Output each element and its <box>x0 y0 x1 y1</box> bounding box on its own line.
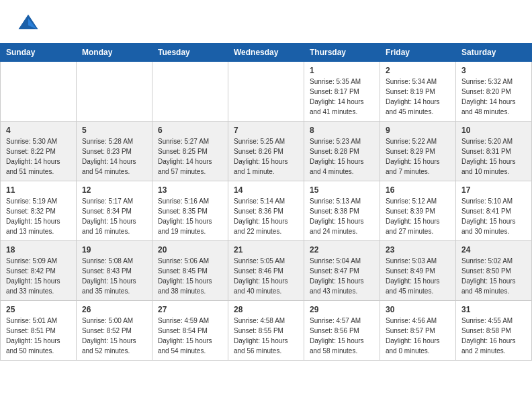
day-info: Sunrise: 5:05 AM Sunset: 8:46 PM Dayligh… <box>234 256 298 296</box>
day-number: 1 <box>310 66 374 75</box>
calendar-cell-0-5: 2Sunrise: 5:34 AM Sunset: 8:19 PM Daylig… <box>380 62 456 122</box>
day-info: Sunrise: 4:59 AM Sunset: 8:54 PM Dayligh… <box>158 316 222 356</box>
day-number: 4 <box>6 126 71 135</box>
logo <box>16 12 44 36</box>
calendar-cell-0-3 <box>228 62 304 122</box>
day-info: Sunrise: 5:02 AM Sunset: 8:50 PM Dayligh… <box>461 256 526 296</box>
day-info: Sunrise: 5:01 AM Sunset: 8:51 PM Dayligh… <box>6 316 71 356</box>
calendar-cell-1-6: 10Sunrise: 5:20 AM Sunset: 8:31 PM Dayli… <box>456 122 532 181</box>
day-info: Sunrise: 5:13 AM Sunset: 8:38 PM Dayligh… <box>310 196 374 236</box>
calendar-cell-1-0: 4Sunrise: 5:30 AM Sunset: 8:22 PM Daylig… <box>1 122 77 181</box>
weekday-wednesday: Wednesday <box>228 44 304 62</box>
day-number: 25 <box>6 305 71 314</box>
day-number: 6 <box>158 126 222 135</box>
day-number: 30 <box>386 305 450 314</box>
weekday-saturday: Saturday <box>456 44 532 62</box>
day-info: Sunrise: 4:58 AM Sunset: 8:55 PM Dayligh… <box>234 316 298 356</box>
calendar-cell-4-4: 29Sunrise: 4:57 AM Sunset: 8:56 PM Dayli… <box>304 301 380 361</box>
weekday-monday: Monday <box>77 44 152 62</box>
day-info: Sunrise: 5:16 AM Sunset: 8:35 PM Dayligh… <box>158 196 222 236</box>
day-info: Sunrise: 5:19 AM Sunset: 8:32 PM Dayligh… <box>6 196 71 236</box>
calendar-cell-2-3: 14Sunrise: 5:14 AM Sunset: 8:36 PM Dayli… <box>228 181 304 241</box>
page-container: SundayMondayTuesdayWednesdayThursdayFrid… <box>0 0 532 361</box>
day-info: Sunrise: 5:04 AM Sunset: 8:47 PM Dayligh… <box>310 256 374 296</box>
calendar-cell-2-0: 11Sunrise: 5:19 AM Sunset: 8:32 PM Dayli… <box>1 181 77 241</box>
day-number: 17 <box>461 185 526 195</box>
day-info: Sunrise: 5:27 AM Sunset: 8:25 PM Dayligh… <box>158 136 222 177</box>
calendar-cell-4-2: 27Sunrise: 4:59 AM Sunset: 8:54 PM Dayli… <box>152 301 228 361</box>
day-info: Sunrise: 5:03 AM Sunset: 8:49 PM Dayligh… <box>386 256 450 296</box>
calendar-cell-3-1: 19Sunrise: 5:08 AM Sunset: 8:43 PM Dayli… <box>77 241 152 301</box>
calendar-cell-2-4: 15Sunrise: 5:13 AM Sunset: 8:38 PM Dayli… <box>304 181 380 241</box>
day-number: 21 <box>234 245 298 255</box>
day-info: Sunrise: 5:14 AM Sunset: 8:36 PM Dayligh… <box>234 196 298 236</box>
calendar-cell-3-0: 18Sunrise: 5:09 AM Sunset: 8:42 PM Dayli… <box>1 241 77 301</box>
day-number: 27 <box>158 305 222 314</box>
day-number: 19 <box>82 245 146 255</box>
day-info: Sunrise: 5:30 AM Sunset: 8:22 PM Dayligh… <box>6 136 71 177</box>
day-info: Sunrise: 5:35 AM Sunset: 8:17 PM Dayligh… <box>310 77 374 117</box>
calendar-cell-3-2: 20Sunrise: 5:06 AM Sunset: 8:45 PM Dayli… <box>152 241 228 301</box>
day-info: Sunrise: 5:22 AM Sunset: 8:29 PM Dayligh… <box>386 136 450 177</box>
day-number: 18 <box>6 245 71 255</box>
calendar-cell-3-4: 22Sunrise: 5:04 AM Sunset: 8:47 PM Dayli… <box>304 241 380 301</box>
day-info: Sunrise: 5:17 AM Sunset: 8:34 PM Dayligh… <box>82 196 146 236</box>
day-number: 8 <box>310 126 374 135</box>
day-number: 22 <box>310 245 374 255</box>
day-info: Sunrise: 4:56 AM Sunset: 8:57 PM Dayligh… <box>386 316 450 356</box>
day-info: Sunrise: 5:09 AM Sunset: 8:42 PM Dayligh… <box>6 256 71 296</box>
calendar-row-1: 4Sunrise: 5:30 AM Sunset: 8:22 PM Daylig… <box>1 122 532 181</box>
day-info: Sunrise: 5:10 AM Sunset: 8:41 PM Dayligh… <box>461 196 526 236</box>
weekday-thursday: Thursday <box>304 44 380 62</box>
calendar-cell-4-0: 25Sunrise: 5:01 AM Sunset: 8:51 PM Dayli… <box>1 301 77 361</box>
header <box>0 0 532 43</box>
day-number: 26 <box>82 305 146 314</box>
calendar-cell-4-6: 31Sunrise: 4:55 AM Sunset: 8:58 PM Dayli… <box>456 301 532 361</box>
calendar-cell-2-5: 16Sunrise: 5:12 AM Sunset: 8:39 PM Dayli… <box>380 181 456 241</box>
day-number: 11 <box>6 185 71 195</box>
calendar-row-3: 18Sunrise: 5:09 AM Sunset: 8:42 PM Dayli… <box>1 241 532 301</box>
day-info: Sunrise: 5:20 AM Sunset: 8:31 PM Dayligh… <box>461 136 526 177</box>
calendar-row-0: 1Sunrise: 5:35 AM Sunset: 8:17 PM Daylig… <box>1 62 532 122</box>
calendar-cell-2-1: 12Sunrise: 5:17 AM Sunset: 8:34 PM Dayli… <box>77 181 152 241</box>
weekday-tuesday: Tuesday <box>152 44 228 62</box>
day-number: 13 <box>158 185 222 195</box>
calendar-cell-0-0 <box>1 62 77 122</box>
day-number: 2 <box>386 66 450 75</box>
day-info: Sunrise: 4:57 AM Sunset: 8:56 PM Dayligh… <box>310 316 374 356</box>
calendar-cell-4-1: 26Sunrise: 5:00 AM Sunset: 8:52 PM Dayli… <box>77 301 152 361</box>
day-info: Sunrise: 5:06 AM Sunset: 8:45 PM Dayligh… <box>158 256 222 296</box>
day-number: 29 <box>310 305 374 314</box>
day-number: 5 <box>82 126 146 135</box>
calendar-cell-3-6: 24Sunrise: 5:02 AM Sunset: 8:50 PM Dayli… <box>456 241 532 301</box>
day-info: Sunrise: 5:23 AM Sunset: 8:28 PM Dayligh… <box>310 136 374 177</box>
day-number: 24 <box>461 245 526 255</box>
calendar-cell-1-2: 6Sunrise: 5:27 AM Sunset: 8:25 PM Daylig… <box>152 122 228 181</box>
day-info: Sunrise: 5:12 AM Sunset: 8:39 PM Dayligh… <box>386 196 450 236</box>
calendar-cell-0-2 <box>152 62 228 122</box>
calendar-cell-1-4: 8Sunrise: 5:23 AM Sunset: 8:28 PM Daylig… <box>304 122 380 181</box>
day-number: 3 <box>461 66 526 75</box>
calendar-table: SundayMondayTuesdayWednesdayThursdayFrid… <box>0 43 532 361</box>
day-info: Sunrise: 5:25 AM Sunset: 8:26 PM Dayligh… <box>234 136 298 177</box>
day-number: 31 <box>461 305 526 314</box>
calendar-cell-0-6: 3Sunrise: 5:32 AM Sunset: 8:20 PM Daylig… <box>456 62 532 122</box>
calendar-cell-1-5: 9Sunrise: 5:22 AM Sunset: 8:29 PM Daylig… <box>380 122 456 181</box>
day-info: Sunrise: 4:55 AM Sunset: 8:58 PM Dayligh… <box>461 316 526 356</box>
calendar-cell-4-3: 28Sunrise: 4:58 AM Sunset: 8:55 PM Dayli… <box>228 301 304 361</box>
day-number: 20 <box>158 245 222 255</box>
calendar-cell-2-2: 13Sunrise: 5:16 AM Sunset: 8:35 PM Dayli… <box>152 181 228 241</box>
day-info: Sunrise: 5:28 AM Sunset: 8:23 PM Dayligh… <box>82 136 146 177</box>
weekday-header-row: SundayMondayTuesdayWednesdayThursdayFrid… <box>1 44 532 62</box>
calendar-cell-3-5: 23Sunrise: 5:03 AM Sunset: 8:49 PM Dayli… <box>380 241 456 301</box>
calendar-cell-3-3: 21Sunrise: 5:05 AM Sunset: 8:46 PM Dayli… <box>228 241 304 301</box>
day-number: 12 <box>82 185 146 195</box>
calendar-cell-1-3: 7Sunrise: 5:25 AM Sunset: 8:26 PM Daylig… <box>228 122 304 181</box>
day-number: 16 <box>386 185 450 195</box>
calendar-cell-4-5: 30Sunrise: 4:56 AM Sunset: 8:57 PM Dayli… <box>380 301 456 361</box>
calendar-cell-2-6: 17Sunrise: 5:10 AM Sunset: 8:41 PM Dayli… <box>456 181 532 241</box>
weekday-friday: Friday <box>380 44 456 62</box>
day-number: 10 <box>461 126 526 135</box>
calendar-cell-1-1: 5Sunrise: 5:28 AM Sunset: 8:23 PM Daylig… <box>77 122 152 181</box>
day-info: Sunrise: 5:34 AM Sunset: 8:19 PM Dayligh… <box>386 77 450 117</box>
